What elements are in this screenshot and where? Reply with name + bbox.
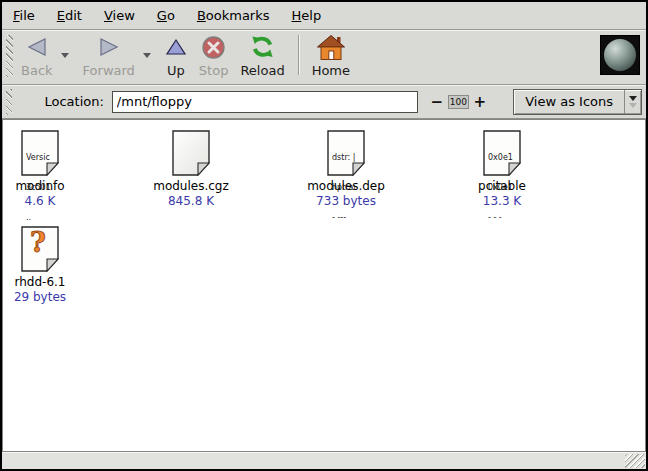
- forward-label: Forward: [83, 63, 135, 78]
- menu-view[interactable]: View: [93, 2, 146, 29]
- text-file-icon: Versic 3c501 ..: [21, 130, 59, 176]
- forward-history-dropdown-icon[interactable]: [143, 53, 151, 58]
- back-history-dropdown-icon[interactable]: [61, 53, 69, 58]
- file-item-pcitable[interactable]: 0x0e1 0x0e1 - - - pcitable 13.3 K: [437, 128, 567, 209]
- forward-arrow-icon: [97, 34, 121, 60]
- location-label: Location:: [44, 94, 103, 109]
- view-mode-label: View as Icons: [514, 90, 624, 114]
- reload-label: Reload: [240, 63, 284, 78]
- file-name: rhdd-6.1: [2, 275, 105, 290]
- file-size: 845.8 K: [126, 194, 256, 209]
- menu-bookmarks[interactable]: Bookmarks: [186, 2, 281, 29]
- file-view: Versic 3c501 .. modinfo 4.6 K: [2, 119, 646, 452]
- throbber-sphere-icon: [604, 39, 636, 71]
- reload-button[interactable]: Reload: [234, 34, 290, 78]
- text-file-icon: 0x0e1 0x0e1 - - -: [483, 130, 521, 176]
- stop-button[interactable]: Stop: [193, 34, 235, 78]
- toolbar-separator: [298, 35, 299, 75]
- home-icon: [316, 34, 346, 60]
- unknown-file-icon: ?: [21, 226, 59, 272]
- view-mode-dropdown-arrow-icon[interactable]: [624, 90, 641, 114]
- resize-grip[interactable]: [625, 454, 645, 468]
- back-arrow-icon: [25, 34, 49, 60]
- file-item-rhdd[interactable]: ? rhdd-6.1 29 bytes: [2, 224, 105, 305]
- location-input[interactable]: [112, 91, 418, 113]
- locationbar-grip[interactable]: [6, 89, 12, 115]
- toolbar-grip[interactable]: [6, 35, 13, 77]
- forward-button[interactable]: Forward: [77, 34, 141, 78]
- file-item-modules-cgz[interactable]: modules.cgz 845.8 K: [126, 128, 256, 209]
- file-name: modules.cgz: [126, 179, 256, 194]
- text-file-icon: dstr: | hptrai - ---: [327, 130, 365, 176]
- file-item-modules-dep[interactable]: dstr: | hptrai - --- modules.dep 733 byt…: [281, 128, 411, 209]
- question-mark-icon: ?: [21, 227, 55, 258]
- menu-file[interactable]: File: [2, 2, 46, 29]
- document-icon: [172, 130, 210, 176]
- stop-icon: [201, 34, 226, 60]
- up-arrow-icon: [165, 34, 187, 60]
- home-label: Home: [312, 63, 350, 78]
- throbber: [600, 35, 640, 75]
- back-label: Back: [21, 63, 53, 78]
- menu-go[interactable]: Go: [146, 2, 186, 29]
- reload-icon: [249, 34, 276, 60]
- view-mode-dropdown[interactable]: View as Icons: [513, 89, 642, 115]
- up-button[interactable]: Up: [159, 34, 193, 78]
- file-item-modinfo[interactable]: Versic 3c501 .. modinfo 4.6 K: [2, 128, 105, 209]
- location-bar: Location: − 100 + View as Icons: [2, 85, 646, 119]
- menu-edit[interactable]: Edit: [46, 2, 93, 29]
- up-label: Up: [167, 63, 185, 78]
- stop-label: Stop: [199, 63, 229, 78]
- file-manager-window: File Edit View Go Bookmarks Help Back Fo…: [0, 0, 648, 471]
- home-button[interactable]: Home: [306, 34, 356, 78]
- menubar: File Edit View Go Bookmarks Help: [2, 2, 646, 30]
- toolbar: Back Forward Up Stop: [2, 30, 646, 85]
- zoom-level-indicator[interactable]: 100: [448, 95, 468, 109]
- menu-help[interactable]: Help: [281, 2, 333, 29]
- back-button[interactable]: Back: [15, 34, 59, 78]
- zoom-in-button[interactable]: +: [471, 93, 490, 111]
- zoom-out-button[interactable]: −: [428, 93, 447, 111]
- file-size: 29 bytes: [2, 290, 105, 305]
- status-bar: [2, 452, 646, 469]
